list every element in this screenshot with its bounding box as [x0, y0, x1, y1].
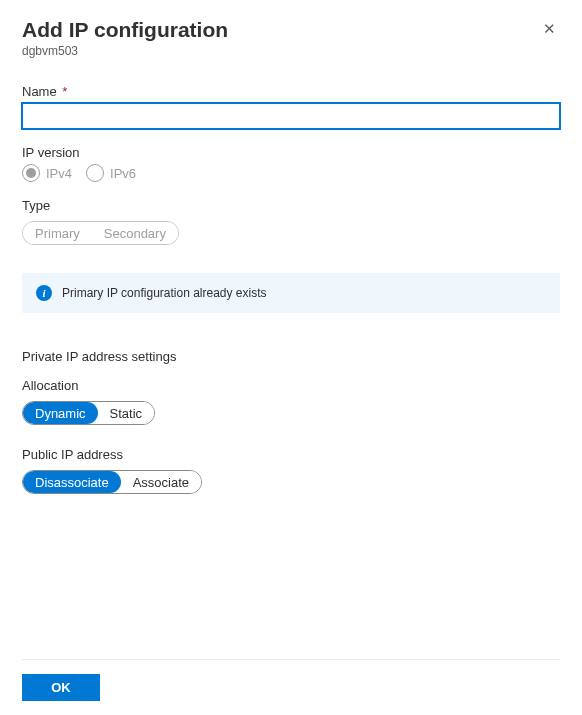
name-label: Name *: [22, 84, 560, 99]
public-ip-associate[interactable]: Associate: [121, 471, 201, 493]
type-toggle: Primary Secondary: [22, 221, 179, 245]
info-banner: i Primary IP configuration already exist…: [22, 273, 560, 313]
radio-ipv4-label: IPv4: [46, 166, 72, 181]
header-text: Add IP configuration dgbvm503: [22, 18, 228, 58]
radio-ipv6-label: IPv6: [110, 166, 136, 181]
ip-config-panel: Add IP configuration dgbvm503 ✕ Name * I…: [0, 0, 582, 715]
panel-title: Add IP configuration: [22, 18, 228, 42]
ip-version-label: IP version: [22, 145, 560, 160]
info-banner-text: Primary IP configuration already exists: [62, 286, 267, 300]
ip-version-group: IP version IPv4 IPv6: [22, 145, 560, 182]
panel-footer: OK: [22, 659, 560, 715]
type-label: Type: [22, 198, 560, 213]
radio-ipv4-circle: [22, 164, 40, 182]
private-ip-section-title: Private IP address settings: [22, 349, 560, 364]
type-secondary: Secondary: [92, 222, 178, 244]
panel-content: Add IP configuration dgbvm503 ✕ Name * I…: [22, 18, 560, 659]
close-icon[interactable]: ✕: [539, 18, 560, 40]
public-ip-label: Public IP address: [22, 447, 560, 462]
allocation-label: Allocation: [22, 378, 560, 393]
panel-subtitle: dgbvm503: [22, 44, 228, 58]
radio-ipv4: IPv4: [22, 164, 72, 182]
info-icon: i: [36, 285, 52, 301]
name-field-group: Name *: [22, 84, 560, 129]
public-ip-disassociate[interactable]: Disassociate: [23, 471, 121, 493]
type-primary: Primary: [23, 222, 92, 244]
required-marker: *: [62, 84, 67, 99]
allocation-static[interactable]: Static: [98, 402, 155, 424]
radio-ipv6: IPv6: [86, 164, 136, 182]
ok-button[interactable]: OK: [22, 674, 100, 701]
allocation-toggle[interactable]: Dynamic Static: [22, 401, 155, 425]
name-label-text: Name: [22, 84, 57, 99]
allocation-dynamic[interactable]: Dynamic: [23, 402, 98, 424]
ip-version-radios: IPv4 IPv6: [22, 164, 560, 182]
public-ip-group: Public IP address Disassociate Associate: [22, 447, 560, 494]
panel-header: Add IP configuration dgbvm503 ✕: [22, 18, 560, 58]
public-ip-toggle[interactable]: Disassociate Associate: [22, 470, 202, 494]
allocation-group: Allocation Dynamic Static: [22, 378, 560, 425]
name-input[interactable]: [22, 103, 560, 129]
type-group: Type Primary Secondary: [22, 198, 560, 245]
radio-ipv6-circle: [86, 164, 104, 182]
